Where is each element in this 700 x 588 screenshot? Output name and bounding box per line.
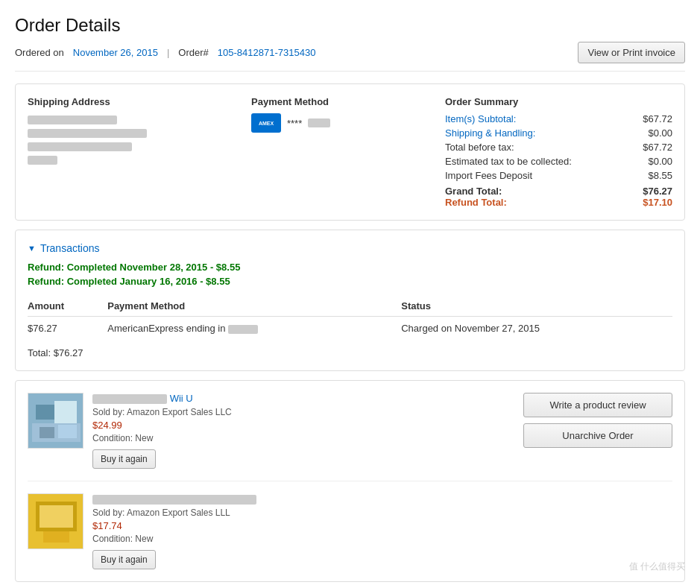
summary-label-1[interactable]: Shipping & Handling:	[445, 127, 535, 139]
order-summary-section: Order Summary Item(s) Subtotal:$67.72Shi…	[430, 96, 672, 208]
order-number-label: Order#	[178, 47, 208, 58]
trans-row-0: $76.27AmericanExpress ending in Charged …	[28, 317, 672, 341]
summary-row-1: Shipping & Handling:$0.00	[445, 127, 672, 139]
addr-line-2	[28, 127, 236, 138]
trans-col-2: Status	[401, 296, 672, 317]
payment-section: Payment Method AMEX ****	[236, 96, 430, 208]
transactions-total: Total: $76.27	[28, 347, 672, 358]
trans-status: Charged on November 27, 2015	[401, 317, 672, 341]
order-summary-title: Order Summary	[445, 96, 672, 107]
items-card: Wii USold by: Amazon Export Sales LLC$24…	[15, 380, 685, 582]
grand-total-label: Grand Total:	[445, 186, 502, 197]
buy-again-button-1[interactable]: Buy it again	[92, 550, 156, 569]
shipping-title: Shipping Address	[28, 96, 236, 107]
summary-value-3: $0.00	[648, 156, 672, 167]
grand-total-value: $76.27	[643, 186, 672, 197]
info-card: Shipping Address Payment Method	[15, 83, 685, 221]
product-info-1: Sold by: Amazon Export Sales LLL$17.74Co…	[92, 493, 672, 569]
toggle-icon[interactable]: ▼	[28, 244, 36, 253]
trans-total-value: $76.27	[54, 347, 83, 358]
product-condition-1: Condition: New	[92, 534, 672, 544]
ordered-label: Ordered on	[15, 47, 64, 58]
card-blur	[308, 118, 330, 127]
product-name-0: Wii U	[92, 393, 514, 404]
refund-total-label: Refund Total:	[445, 197, 507, 208]
product-name-1	[92, 493, 672, 505]
sold-by-0: Sold by: Amazon Export Sales LLC	[92, 407, 514, 417]
product-info-0: Wii USold by: Amazon Export Sales LLC$24…	[92, 393, 514, 469]
summary-row-3: Estimated tax to be collected:$0.00	[445, 156, 672, 167]
product-image-1	[28, 493, 83, 549]
product-price-1: $17.74	[92, 520, 672, 531]
product-price-0: $24.99	[92, 420, 514, 431]
summary-label-3: Estimated tax to be collected:	[445, 156, 572, 167]
trans-amount: $76.27	[28, 317, 107, 341]
payment-title: Payment Method	[251, 96, 430, 107]
card-mask: ****	[287, 118, 302, 129]
trans-col-0: Amount	[28, 296, 107, 317]
amex-icon: AMEX	[251, 113, 281, 133]
product-item-1: Sold by: Amazon Export Sales LLL$17.74Co…	[28, 493, 672, 569]
summary-value-0: $67.72	[643, 113, 672, 124]
summary-value-2: $67.72	[643, 142, 672, 153]
summary-label-4: Import Fees Deposit	[445, 170, 532, 181]
write-review-button[interactable]: Write a product review	[523, 393, 672, 417]
refund-total-value: $17.10	[643, 197, 672, 208]
unarchive-order-button[interactable]: Unarchive Order	[523, 423, 672, 448]
addr-blur-2	[28, 129, 147, 138]
print-invoice-button[interactable]: View or Print invoice	[578, 42, 685, 63]
transactions-table: AmountPayment MethodStatus $76.27America…	[28, 296, 672, 340]
addr-blur-4	[28, 156, 57, 165]
addr-blur-1	[28, 116, 117, 124]
addr-line-3	[28, 140, 236, 151]
order-meta: Ordered on November 26, 2015 | Order# 10…	[15, 47, 315, 58]
addr-line-4	[28, 154, 236, 165]
summary-row-0: Item(s) Subtotal:$67.72	[445, 113, 672, 124]
trans-col-1: Payment Method	[107, 296, 401, 317]
addr-blur-3	[28, 142, 132, 151]
buy-again-button-0[interactable]: Buy it again	[92, 449, 156, 469]
shipping-section: Shipping Address	[28, 96, 236, 208]
addr-line-1	[28, 113, 236, 124]
order-header: Ordered on November 26, 2015 | Order# 10…	[15, 42, 685, 72]
product-condition-0: Condition: New	[92, 433, 514, 443]
payment-card: AMEX ****	[251, 113, 430, 133]
grand-total-row: Grand Total: $76.27	[445, 186, 672, 197]
transactions-header: ▼ Transactions	[28, 242, 672, 254]
summary-value-4: $8.55	[648, 170, 672, 181]
page-title: Order Details	[15, 15, 685, 36]
transactions-card: ▼ Transactions Refund: Completed Novembe…	[15, 230, 685, 371]
trans-total-label: Total:	[28, 347, 51, 358]
summary-label-2: Total before tax:	[445, 142, 514, 153]
separator: |	[167, 47, 169, 58]
refund-line-0: Refund: Completed November 28, 2015 - $8…	[28, 262, 672, 273]
summary-row-2: Total before tax:$67.72	[445, 142, 672, 153]
refund-total-row: Refund Total: $17.10	[445, 197, 672, 208]
ordered-date: November 26, 2015	[73, 47, 158, 58]
summary-row-4: Import Fees Deposit$8.55	[445, 170, 672, 181]
summary-value-1: $0.00	[648, 127, 672, 139]
product-item-0: Wii USold by: Amazon Export Sales LLC$24…	[28, 393, 672, 481]
product-image-0	[28, 393, 83, 449]
address-lines	[28, 113, 236, 165]
refund-line-1: Refund: Completed January 16, 2016 - $8.…	[28, 276, 672, 287]
order-number: 105-8412871-7315430	[218, 47, 316, 58]
transactions-title[interactable]: Transactions	[40, 242, 100, 254]
trans-payment: AmericanExpress ending in	[107, 317, 401, 341]
product-actions: Write a product reviewUnarchive Order	[523, 393, 672, 448]
summary-label-0[interactable]: Item(s) Subtotal:	[445, 113, 516, 124]
sold-by-1: Sold by: Amazon Export Sales LLL	[92, 508, 672, 518]
